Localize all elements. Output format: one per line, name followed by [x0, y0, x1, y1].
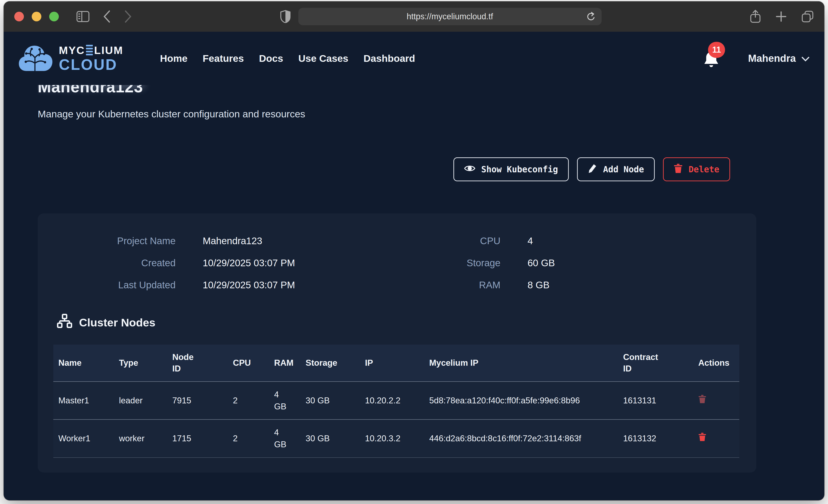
- logo-line2: CLOUD: [59, 57, 123, 72]
- nav-features[interactable]: Features: [203, 53, 244, 64]
- col-header-storage: Storage: [301, 345, 360, 382]
- created-row: Created 10/29/2025 03:07 PM: [38, 257, 397, 268]
- project-info: Project Name Mahendra123 Created 10/29/2…: [38, 236, 756, 291]
- zoom-window-button[interactable]: [49, 12, 59, 22]
- reload-icon[interactable]: [586, 11, 596, 22]
- new-tab-icon[interactable]: [776, 11, 787, 22]
- trash-icon: [674, 163, 682, 175]
- user-name: Mahendra: [748, 53, 796, 64]
- logo-line1: MYCLIUM: [59, 45, 123, 55]
- cell-storage: 30 GB: [301, 382, 360, 420]
- cell-name: Worker1: [53, 419, 114, 458]
- scroll-blur-artifact: [38, 85, 145, 89]
- cloud-logo-icon: [18, 44, 53, 73]
- trash-icon: [698, 432, 706, 442]
- ram-value: 8 GB: [528, 280, 550, 291]
- cell-ip: 10.20.2.2: [360, 382, 424, 420]
- cell-contract-id: 1613132: [618, 419, 693, 458]
- page-title-clip: Mahendra123: [38, 85, 824, 100]
- nav-use-cases[interactable]: Use Cases: [298, 53, 348, 64]
- cell-actions: [693, 382, 739, 420]
- col-header-contract-id: Contract ID: [618, 345, 693, 382]
- cell-type: worker: [114, 419, 167, 458]
- close-window-button[interactable]: [14, 12, 24, 22]
- col-header-mycelium-ip: Mycelium IP: [424, 345, 618, 382]
- notification-badge: 11: [708, 42, 725, 58]
- cluster-nodes-heading: Cluster Nodes: [57, 313, 756, 331]
- delete-node-button[interactable]: [698, 432, 706, 442]
- cell-mycelium-ip: 5d8:78ea:a120:f40c:ff0f:a5fe:99e6:8b96: [424, 382, 618, 420]
- col-header-node-id: Node ID: [167, 345, 228, 382]
- browser-toolbar: https://myceliumcloud.tf: [4, 1, 824, 32]
- last-updated-row: Last Updated 10/29/2025 03:07 PM: [38, 280, 397, 291]
- ram-row: RAM 8 GB: [397, 280, 756, 291]
- address-bar[interactable]: https://myceliumcloud.tf: [298, 8, 602, 25]
- col-header-actions: Actions: [693, 345, 739, 382]
- storage-row: Storage 60 GB: [397, 257, 756, 268]
- eye-icon: [464, 164, 475, 175]
- back-button-icon[interactable]: [103, 10, 111, 23]
- storage-label: Storage: [397, 257, 500, 268]
- cluster-actions: Show Kubeconfig Add Node Delete: [38, 157, 756, 181]
- browser-window: https://myceliumcloud.tf: [4, 1, 824, 500]
- mycelium-cloud-logo[interactable]: MYCLIUM CLOUD: [18, 44, 123, 73]
- nav-home[interactable]: Home: [160, 53, 187, 64]
- share-icon[interactable]: [750, 10, 761, 23]
- cpu-value: 4: [528, 236, 533, 247]
- col-header-cpu: CPU: [228, 345, 269, 382]
- minimize-window-button[interactable]: [32, 12, 41, 22]
- cell-ip: 10.20.3.2: [360, 419, 424, 458]
- pencil-icon: [588, 163, 597, 175]
- ram-label: RAM: [397, 280, 500, 291]
- page-content: Mahendra123 Manage your Kubernetes clust…: [4, 85, 824, 472]
- delete-node-button[interactable]: [698, 394, 706, 404]
- main-nav: Home Features Docs Use Cases Dashboard: [160, 53, 415, 64]
- page-title: Mahendra123: [38, 85, 824, 96]
- delete-cluster-button[interactable]: Delete: [663, 157, 730, 181]
- project-name-label: Project Name: [38, 236, 175, 247]
- cell-ram: 4 GB: [269, 419, 301, 458]
- site-header: MYCLIUM CLOUD Home Features Docs Use Cas…: [4, 32, 824, 85]
- nav-dashboard[interactable]: Dashboard: [364, 53, 415, 64]
- logo-e-glyph: [86, 45, 93, 55]
- table-header-row: Name Type Node ID CPU RAM Storage IP Myc…: [53, 345, 739, 382]
- add-node-button[interactable]: Add Node: [577, 157, 655, 181]
- storage-value: 60 GB: [528, 257, 555, 268]
- cell-mycelium-ip: 446:d2a6:8bcd:8c16:ff0f:72e2:3114:863f: [424, 419, 618, 458]
- window-controls: [14, 12, 59, 22]
- last-updated-label: Last Updated: [38, 280, 175, 291]
- show-kubeconfig-button[interactable]: Show Kubeconfig: [453, 157, 569, 181]
- network-nodes-icon: [57, 313, 72, 331]
- col-header-name: Name: [53, 345, 114, 382]
- trash-icon: [698, 394, 706, 404]
- created-label: Created: [38, 257, 175, 268]
- col-header-ram: RAM: [269, 345, 301, 382]
- col-header-type: Type: [114, 345, 167, 382]
- sidebar-toggle-icon[interactable]: [76, 11, 90, 22]
- page-subtitle: Manage your Kubernetes cluster configura…: [38, 109, 824, 120]
- nav-docs[interactable]: Docs: [259, 53, 283, 64]
- tab-overview-icon[interactable]: [801, 10, 814, 23]
- last-updated-value: 10/29/2025 03:07 PM: [203, 280, 295, 291]
- cell-cpu: 2: [228, 419, 269, 458]
- project-name-row: Project Name Mahendra123: [38, 236, 397, 247]
- table-row: Master1 leader 7915 2 4 GB 30 GB 10.20.2…: [53, 382, 739, 420]
- forward-button-icon[interactable]: [124, 10, 132, 23]
- cell-contract-id: 1613131: [618, 382, 693, 420]
- cpu-label: CPU: [397, 236, 500, 247]
- table-row: Worker1 worker 1715 2 4 GB 30 GB 10.20.3…: [53, 419, 739, 458]
- cpu-row: CPU 4: [397, 236, 756, 247]
- created-value: 10/29/2025 03:07 PM: [203, 257, 295, 268]
- cell-storage: 30 GB: [301, 419, 360, 458]
- project-name-value: Mahendra123: [203, 236, 262, 247]
- cell-cpu: 2: [228, 382, 269, 420]
- cell-node-id: 7915: [167, 382, 228, 420]
- url-text: https://myceliumcloud.tf: [407, 12, 493, 22]
- user-menu[interactable]: Mahendra: [748, 53, 810, 64]
- col-header-ip: IP: [360, 345, 424, 382]
- privacy-shield-icon[interactable]: [280, 10, 290, 23]
- chevron-down-icon: [801, 53, 810, 64]
- cell-type: leader: [114, 382, 167, 420]
- notifications-button[interactable]: 11: [702, 48, 720, 69]
- cell-node-id: 1715: [167, 419, 228, 458]
